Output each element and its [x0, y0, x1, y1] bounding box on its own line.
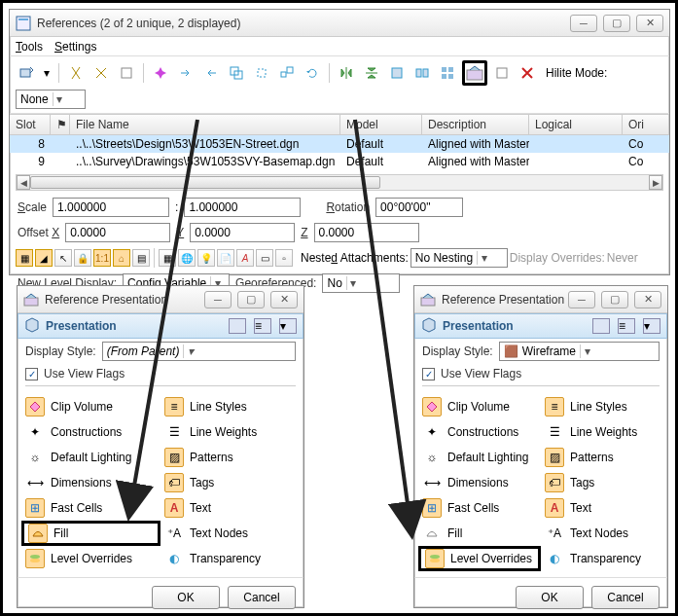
item-patterns[interactable]: ▨Patterns: [541, 445, 663, 470]
col-flag[interactable]: ⚑: [51, 115, 70, 134]
bulb-icon[interactable]: 💡: [197, 249, 215, 267]
item-constructions[interactable]: ✦Constructions: [21, 419, 161, 445]
mirror-h-icon[interactable]: [336, 62, 357, 84]
grid-icon[interactable]: [437, 62, 458, 84]
table-row[interactable]: 9 ..\..\Survey\Drawings\53W1053SVY-Basem…: [10, 153, 669, 170]
item-text-nodes[interactable]: ⁺AText Nodes: [161, 521, 300, 546]
item-text[interactable]: AText: [541, 495, 663, 521]
clip-mask-icon[interactable]: [116, 62, 137, 84]
item-constructions[interactable]: ✦Constructions: [418, 419, 541, 445]
item-fill[interactable]: Fill: [418, 521, 541, 546]
merge-icon[interactable]: [411, 62, 433, 84]
use-view-flags-checkbox[interactable]: ✓: [25, 368, 38, 380]
use-view-flags-checkbox[interactable]: ✓: [422, 368, 435, 380]
scroll-left-icon[interactable]: ◀: [17, 175, 30, 190]
item-transparency[interactable]: ◐Transparency: [161, 546, 300, 571]
attach-icon[interactable]: [16, 62, 37, 84]
copy-icon[interactable]: [226, 62, 247, 84]
minimize-button[interactable]: ─: [568, 291, 595, 308]
horizontal-scrollbar[interactable]: ◀ ▶: [16, 174, 663, 191]
view-grid-icon[interactable]: [592, 318, 610, 334]
move-icon[interactable]: [251, 62, 272, 84]
maximize-button[interactable]: ▢: [603, 15, 630, 32]
doc-icon[interactable]: 📄: [217, 249, 234, 267]
table-row[interactable]: 8 ..\..\Streets\Design\53W1053EN-Street.…: [10, 135, 669, 153]
hilite-mode-select[interactable]: None▾: [16, 90, 86, 109]
item-text-nodes[interactable]: ⁺AText Nodes: [541, 521, 663, 546]
chevron-down-icon[interactable]: ▾: [279, 318, 297, 334]
maximize-button[interactable]: ▢: [237, 291, 265, 308]
view-list-icon[interactable]: ≡: [254, 318, 271, 334]
toggle-c-icon[interactable]: ▤: [132, 249, 150, 267]
scroll-right-icon[interactable]: ▶: [649, 175, 662, 190]
item-level-overrides[interactable]: Level Overrides: [418, 546, 541, 571]
ok-button[interactable]: OK: [516, 586, 584, 609]
fold-icon[interactable]: [386, 62, 408, 84]
toggle-locate-icon[interactable]: ↖: [54, 249, 72, 267]
cancel-button[interactable]: Cancel: [228, 586, 296, 609]
view-grid-icon[interactable]: [229, 318, 246, 334]
menu-tools[interactable]: Tools: [16, 40, 43, 54]
close-button[interactable]: ✕: [270, 291, 298, 308]
chevron-down-icon[interactable]: ▾: [41, 62, 53, 84]
col-slot[interactable]: Slot: [10, 115, 51, 134]
cancel-button[interactable]: Cancel: [591, 586, 660, 609]
close-button[interactable]: ✕: [636, 15, 663, 32]
clip-icon[interactable]: [65, 62, 87, 84]
col-logical[interactable]: Logical: [529, 115, 623, 134]
close-button[interactable]: ✕: [634, 291, 661, 308]
item-tags[interactable]: 🏷Tags: [161, 470, 300, 495]
toggle-b-icon[interactable]: ⌂: [113, 249, 130, 267]
offset-x-input[interactable]: [65, 223, 170, 242]
item-tags[interactable]: 🏷Tags: [541, 470, 663, 495]
offset-z-input[interactable]: [314, 223, 419, 242]
arrow-right-icon[interactable]: [175, 62, 196, 84]
rotation-input[interactable]: [375, 198, 463, 217]
mirror-v-icon[interactable]: [361, 62, 382, 84]
view-list-icon[interactable]: ≡: [618, 318, 635, 334]
titlebar[interactable]: Reference Presentation ─▢✕: [18, 286, 303, 313]
item-default-lighting[interactable]: ☼Default Lighting: [21, 445, 161, 470]
arrow-left-icon[interactable]: [200, 62, 222, 84]
item-dimensions[interactable]: ⟷Dimensions: [418, 470, 541, 495]
item-dimensions[interactable]: ⟷Dimensions: [21, 470, 161, 495]
chevron-down-icon[interactable]: ▾: [643, 318, 660, 334]
item-level-overrides[interactable]: Level Overrides: [21, 546, 161, 571]
font-icon[interactable]: A: [236, 249, 254, 267]
item-fast-cells[interactable]: ⊞Fast Cells: [418, 495, 541, 521]
menu-settings[interactable]: Settings: [54, 40, 96, 54]
col-ori[interactable]: Ori: [623, 115, 669, 134]
item-line-weights[interactable]: ☰Line Weights: [161, 419, 300, 445]
sheet-icon[interactable]: ▭: [256, 249, 273, 267]
col-description[interactable]: Description: [422, 115, 529, 134]
item-fill[interactable]: Fill: [21, 521, 161, 546]
extra-icon[interactable]: ▫: [275, 249, 293, 267]
item-default-lighting[interactable]: ☼Default Lighting: [418, 445, 541, 470]
ok-button[interactable]: OK: [152, 586, 220, 609]
column-headers[interactable]: Slot ⚑ File Name Model Description Logic…: [10, 114, 669, 135]
presentation-icon[interactable]: [462, 60, 487, 86]
scale-input-1[interactable]: [53, 198, 169, 217]
col-model[interactable]: Model: [340, 115, 422, 134]
item-line-weights[interactable]: ☰Line Weights: [541, 419, 663, 445]
scale-input-2[interactable]: [184, 198, 301, 217]
item-clip-volume[interactable]: Clip Volume: [418, 394, 541, 419]
world-icon[interactable]: 🌐: [178, 249, 196, 267]
item-line-styles[interactable]: ≡Line Styles: [541, 394, 663, 419]
nested-select[interactable]: No Nesting▾: [410, 248, 508, 268]
item-fast-cells[interactable]: ⊞Fast Cells: [21, 495, 161, 521]
col-filename[interactable]: File Name: [70, 115, 340, 134]
detach-icon[interactable]: [491, 62, 513, 84]
item-text[interactable]: AText: [161, 495, 300, 521]
scroll-thumb[interactable]: [30, 176, 380, 189]
georeferenced-select[interactable]: No▾: [322, 273, 400, 293]
toggle-display-icon[interactable]: ▦: [16, 249, 33, 267]
item-clip-volume[interactable]: Clip Volume: [21, 394, 161, 419]
display-style-select[interactable]: 🟫Wireframe▾: [499, 342, 660, 361]
titlebar[interactable]: References (2 of 2 unique, 2 displayed) …: [10, 10, 669, 37]
delete-icon[interactable]: [517, 62, 538, 84]
item-line-styles[interactable]: ≡Line Styles: [161, 394, 300, 419]
item-patterns[interactable]: ▨Patterns: [161, 445, 300, 470]
item-transparency[interactable]: ◐Transparency: [541, 546, 663, 571]
rotate-icon[interactable]: [302, 62, 323, 84]
